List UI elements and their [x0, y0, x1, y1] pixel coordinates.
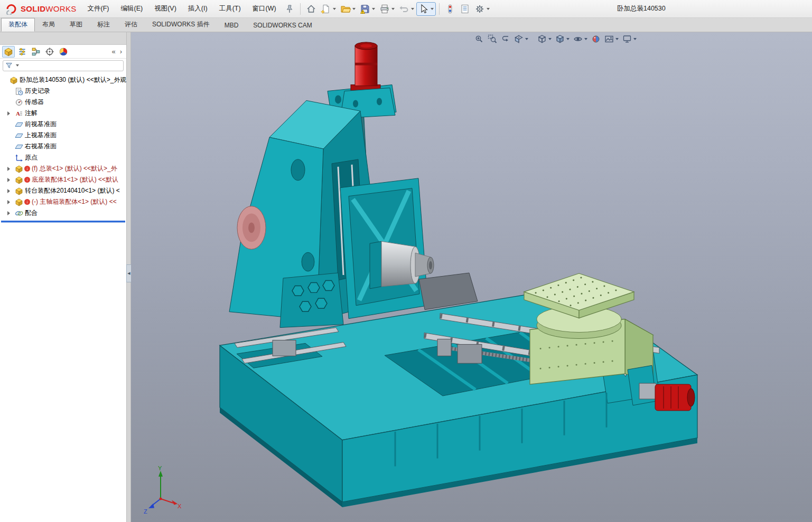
zoom-to-fit-button[interactable]: [473, 33, 485, 45]
rollback-bar[interactable]: [1, 221, 125, 222]
tab-scroll-left-icon[interactable]: «: [111, 48, 115, 55]
configurationmanager-icon: [31, 47, 41, 56]
tree-item-subassembly[interactable]: ↓ (-) 主轴箱装配体<1> (默认) <<: [0, 196, 126, 207]
expand-arrow-icon[interactable]: [7, 111, 13, 116]
zoom-to-area-button[interactable]: [487, 33, 498, 45]
menu-window[interactable]: 窗口(W): [247, 0, 282, 17]
previous-view-button[interactable]: [500, 33, 511, 45]
assembly-icon: [10, 76, 18, 84]
tab-configurationmanager[interactable]: [30, 46, 42, 58]
expand-arrow-icon[interactable]: [7, 189, 13, 193]
tree-item-label: 前视基准面: [25, 120, 57, 129]
home-icon: [306, 4, 316, 14]
tree-item-subassembly[interactable]: ↓ 底座装配体1<1> (默认) <<默认: [0, 174, 126, 185]
print-button[interactable]: [377, 2, 397, 16]
expand-arrow-icon[interactable]: [7, 211, 13, 215]
edit-appearance-button[interactable]: [590, 33, 602, 45]
displaymanager-pie-icon: [59, 47, 68, 56]
print-icon: [379, 4, 390, 14]
filter-funnel-icon: [5, 62, 13, 69]
tab-scroll-right-icon[interactable]: ›: [120, 48, 122, 55]
toolbar-separator: [439, 3, 440, 15]
open-button[interactable]: [338, 2, 358, 16]
expand-arrow-icon[interactable]: [7, 167, 13, 171]
view-orientation-button[interactable]: [536, 33, 553, 45]
tree-item-right-plane[interactable]: 右视基准面: [0, 141, 126, 152]
tree-item-origin[interactable]: 原点: [0, 152, 126, 163]
triad-x-label: X: [178, 503, 182, 509]
display-style-button[interactable]: [554, 33, 571, 45]
tree-item-label: (f) 总装<1> (默认) <<默认>_外: [32, 164, 117, 173]
dropdown-caret-icon: [391, 8, 395, 10]
tree-item-subassembly[interactable]: 转台装配体20140410<1> (默认) <: [0, 185, 126, 196]
expand-arrow-icon[interactable]: [7, 200, 13, 204]
tab-sketch[interactable]: 草图: [62, 18, 90, 32]
hide-show-items-button[interactable]: [572, 33, 589, 45]
save-button[interactable]: [358, 2, 377, 16]
file-properties-button[interactable]: [458, 2, 472, 16]
dropdown-caret-icon: [411, 8, 414, 10]
filter-caret-icon[interactable]: [16, 64, 19, 67]
zoom-to-fit-icon: [474, 34, 484, 44]
panel-tab-bar: « ›: [0, 45, 126, 59]
tab-solidworks-addins[interactable]: SOLIDWORKS 插件: [145, 18, 217, 32]
tab-dimxpertmanager[interactable]: [43, 46, 56, 58]
tree-root-assembly[interactable]: 卧加总装140530 (默认) <<默认>_外观: [0, 74, 126, 86]
view-settings-button[interactable]: [621, 33, 638, 45]
propertymanager-icon: [17, 47, 27, 56]
tree-item-label: 右视基准面: [25, 142, 57, 151]
graphics-viewport[interactable]: Y X Z: [131, 32, 812, 522]
mates-icon: [15, 209, 23, 217]
plane-icon: [15, 143, 23, 151]
expand-arrow-icon[interactable]: [7, 178, 13, 182]
tree-item-label: 配合: [25, 208, 38, 217]
tab-propertymanager[interactable]: [16, 46, 29, 58]
menu-edit[interactable]: 编辑(E): [115, 0, 148, 17]
panel-top-strip: [0, 32, 126, 45]
tree-item-mates[interactable]: 配合: [0, 207, 126, 219]
filter-box[interactable]: [3, 60, 124, 71]
assembly-tree-icon: [4, 47, 13, 56]
filter-input[interactable]: [21, 62, 121, 69]
dropdown-caret-icon: [431, 8, 434, 10]
apply-scene-button[interactable]: [603, 33, 620, 45]
tree-item-history[interactable]: 历史记录: [0, 86, 126, 97]
home-button[interactable]: [304, 2, 319, 16]
new-document-button[interactable]: [319, 2, 338, 16]
orientation-triad: Y X Z: [143, 466, 185, 515]
panel-splitter[interactable]: ◀: [127, 32, 131, 522]
tree-item-subassembly[interactable]: ↓ (f) 总装<1> (默认) <<默认>_外: [0, 163, 126, 174]
tab-layout[interactable]: 布局: [35, 18, 62, 32]
tab-markup[interactable]: 标注: [90, 18, 117, 32]
pin-menu-button[interactable]: [282, 2, 297, 16]
zoom-to-area-icon: [488, 34, 497, 44]
annotations-icon: A: [15, 109, 23, 118]
assembly-icon: [15, 176, 23, 184]
assembly-icon: [15, 165, 23, 173]
tree-item-top-plane[interactable]: 上视基准面: [0, 130, 126, 141]
tab-solidworks-cam[interactable]: SOLIDWORKS CAM: [246, 20, 319, 32]
tab-featuremanager-design-tree[interactable]: [2, 46, 15, 58]
machine-3d-model[interactable]: [131, 32, 812, 522]
tab-mbd[interactable]: MBD: [217, 20, 246, 32]
tab-evaluate[interactable]: 评估: [117, 18, 145, 32]
save-icon: [360, 4, 370, 14]
undo-button[interactable]: [397, 2, 416, 16]
rebuild-status-button[interactable]: [443, 2, 458, 16]
tree-item-front-plane[interactable]: 前视基准面: [0, 119, 126, 130]
tree-item-sensors[interactable]: 传感器: [0, 97, 126, 108]
section-view-button[interactable]: [513, 33, 529, 45]
tree-item-label: 上视基准面: [25, 131, 57, 140]
dropdown-caret-icon: [525, 38, 528, 40]
needs-rebuild-badge-icon: ↓: [24, 177, 30, 183]
menu-file[interactable]: 文件(F): [82, 0, 115, 17]
select-tool-button[interactable]: [416, 2, 436, 16]
tree-item-annotations[interactable]: A 注解: [0, 108, 126, 119]
menu-view[interactable]: 视图(V): [148, 0, 182, 17]
tab-assembly[interactable]: 装配体: [1, 18, 35, 32]
menu-tools[interactable]: 工具(T): [213, 0, 247, 17]
assembly-icon: [15, 187, 23, 195]
options-button[interactable]: [472, 2, 492, 16]
tab-displaymanager[interactable]: [57, 46, 70, 58]
menu-insert[interactable]: 插入(I): [182, 0, 213, 17]
